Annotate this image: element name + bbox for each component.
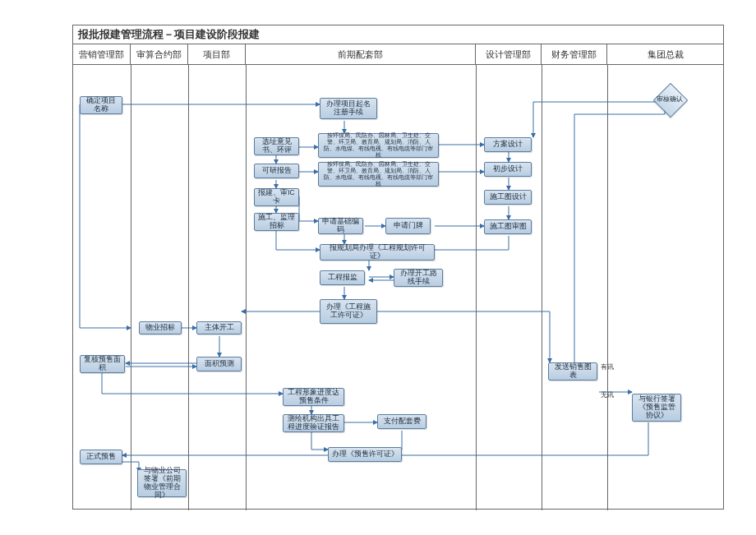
node-const-permit: 办理《工程施工许可证》 xyxy=(320,299,377,324)
lane-header-project: 项目部 xyxy=(188,44,246,64)
lanes-body: 确定项目名称 办理项目起名注册手续 按环保局、民防办、园林局、卫生处、交警、环卫… xyxy=(73,65,723,510)
lane-header-preconfig: 前期配套部 xyxy=(246,44,476,64)
node-dept2: 按环保局、民防办、园林局、卫生处、交警、环卫局、教育局、规划局、消防、人防、水电… xyxy=(318,162,439,187)
node-basecode: 申请基础编码 xyxy=(318,218,363,234)
node-surv-report: 测绘机构出具工程进度验证报告 xyxy=(283,414,344,432)
node-init: 初步设计 xyxy=(484,162,532,177)
diagram-title: 报批报建管理流程－项目建设阶段报建 xyxy=(73,25,723,44)
lane-header-finance: 财务管理部 xyxy=(542,44,607,64)
node-img-cond: 工程形象进度达预售条件 xyxy=(283,388,344,406)
node-area-check: 复核预售面积 xyxy=(80,355,125,373)
node-start-name: 确定项目名称 xyxy=(80,96,122,114)
node-send-sales: 发送销售图表 xyxy=(548,362,597,380)
node-plan-permit: 报规划局办理《工程规划许可证》 xyxy=(320,244,435,261)
node-gate: 申请门牌 xyxy=(385,218,431,234)
node-scheme: 方案设计 xyxy=(484,137,532,152)
lane-header-design: 设计管理部 xyxy=(476,44,542,64)
edge-label-no: 无讯 xyxy=(601,390,614,399)
lane-header-marketing: 营销管理部 xyxy=(73,44,131,64)
node-presale-permit: 办理《预售许可证》 xyxy=(328,447,402,462)
decision-approve xyxy=(653,83,688,118)
edge-label-yes: 有讯 xyxy=(601,362,614,371)
node-select: 选址意见书、环评 xyxy=(254,137,299,155)
node-pay: 支付配套费 xyxy=(377,414,426,429)
node-bid-const: 施工、监理招标 xyxy=(254,213,299,231)
lane-header-ceo: 集团总裁 xyxy=(607,44,723,64)
node-rename: 办理项目起名注册手续 xyxy=(320,98,377,119)
node-official-sale: 正式预售 xyxy=(80,450,122,464)
node-dept1: 按环保局、民防办、园林局、卫生处、交警、环卫局、教育局、规划局、消防、人防、水电… xyxy=(318,133,439,158)
node-bank: 与银行签署《预售监管协议》 xyxy=(632,394,681,422)
node-baojianshu: 工程报监 xyxy=(320,270,365,285)
node-const-draw: 施工图设计 xyxy=(484,190,532,205)
lane-header-budget: 审算合约部 xyxy=(131,44,188,64)
node-const-check: 施工图审图 xyxy=(484,219,532,234)
swimlane-frame: 报批报建管理流程－项目建设阶段报建 营销管理部 审算合约部 项目部 前期配套部 … xyxy=(72,25,724,510)
node-feasibility: 可研报告 xyxy=(254,164,299,178)
node-baojian: 报建、审IC卡 xyxy=(254,188,299,206)
node-prop-bid: 物业招标 xyxy=(139,321,182,334)
node-kaigong: 办理开工路线手续 xyxy=(394,269,443,287)
lane-headers: 营销管理部 审算合约部 项目部 前期配套部 设计管理部 财务管理部 集团总裁 xyxy=(73,44,723,65)
node-prop-contract: 与物业公司签署《前期物业管理合同》 xyxy=(137,469,187,497)
node-main-start: 主体开工 xyxy=(196,321,242,334)
node-area-pre: 面积预测 xyxy=(196,357,242,371)
